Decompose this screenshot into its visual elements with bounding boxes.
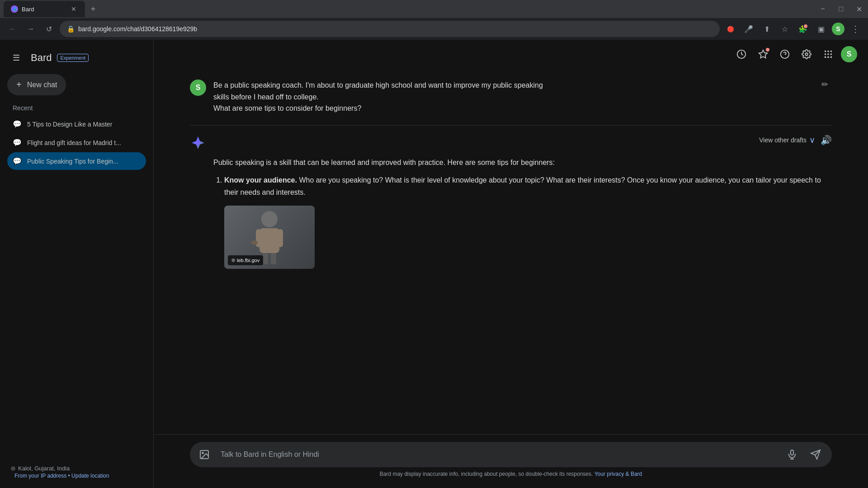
chat-input[interactable]: [219, 447, 778, 462]
extensions-icon[interactable]: 🔴: [723, 22, 738, 36]
chat-icon-1: 💬: [13, 120, 22, 128]
tab-favicon: [11, 5, 18, 13]
chat-area[interactable]: S Be a public speaking coach. I'm about …: [154, 69, 868, 434]
tip1-body: Who are you speaking to? What is their l…: [224, 176, 821, 196]
address-bar[interactable]: 🔒 bard.google.com/chat/d3064128619e929b: [60, 21, 720, 37]
url-text: bard.google.com/chat/d3064128619e929b: [78, 25, 712, 33]
new-chat-label: New chat: [27, 81, 57, 89]
main-content: S S Be a public speaking coach. I'm abou…: [154, 40, 868, 488]
svg-rect-20: [271, 253, 276, 264]
recent-item-2[interactable]: 💬 Flight and gift ideas for Madrid t...: [7, 134, 146, 151]
settings-icon[interactable]: [797, 45, 816, 63]
share-icon[interactable]: ⬆: [760, 22, 774, 36]
update-location-link[interactable]: Update location: [71, 473, 109, 479]
edit-message-icon[interactable]: ✏: [818, 76, 832, 93]
browser-profile-avatar[interactable]: S: [832, 23, 844, 35]
recent-item-1[interactable]: 💬 5 Tips to Design Like a Master: [7, 115, 146, 133]
browser-toolbar: ← → ↺ 🔒 bard.google.com/chat/d3064128619…: [0, 18, 868, 40]
svg-point-7: [827, 51, 829, 52]
rewards-icon[interactable]: [754, 45, 772, 63]
svg-point-14: [830, 56, 832, 58]
sidebar-footer: Kalol, Gujarat, India From your IP addre…: [7, 461, 146, 483]
app-container: ☰ Bard Experiment + New chat Recent 💬 5 …: [0, 40, 868, 488]
user-message: S Be a public speaking coach. I'm about …: [190, 69, 832, 126]
location-text: Kalol, Gujarat, India: [18, 465, 70, 472]
sidebar-header: ☰ Bard Experiment: [7, 45, 146, 74]
split-view-icon[interactable]: ▣: [814, 22, 828, 36]
svg-rect-17: [256, 229, 261, 247]
svg-point-6: [825, 51, 826, 52]
bard-message-header: View other drafts ∨ 🔊: [190, 135, 832, 151]
from-ip-text: From your IP address: [14, 473, 66, 479]
new-tab-button[interactable]: +: [87, 3, 99, 15]
more-options-icon[interactable]: ⋮: [848, 22, 863, 36]
view-other-drafts-button[interactable]: View other drafts ∨: [759, 135, 815, 145]
app-header: S: [154, 40, 868, 69]
location-dot-icon: [11, 466, 15, 471]
help-icon[interactable]: [776, 45, 794, 63]
svg-point-0: [12, 7, 17, 11]
browser-chrome: Bard ✕ + − □ ✕ ← → ↺ 🔒 bard.google.com/c…: [0, 0, 868, 40]
recent-item-3-label: Public Speaking Tips for Begin...: [27, 158, 118, 165]
bard-intro-text: Public speaking is a skill that can be l…: [213, 156, 832, 169]
tab-close-icon[interactable]: ✕: [70, 5, 78, 13]
user-profile-avatar[interactable]: S: [841, 46, 857, 62]
svg-point-13: [827, 56, 829, 58]
extensions-puzzle-icon[interactable]: 🧩: [796, 22, 810, 36]
svg-rect-16: [259, 228, 279, 253]
tip1-title: Know your audience.: [224, 176, 297, 184]
minimize-button[interactable]: −: [817, 4, 828, 14]
bard-message-controls: View other drafts ∨ 🔊: [759, 135, 832, 145]
apps-icon[interactable]: [819, 45, 837, 63]
input-area: Bard may display inaccurate info, includ…: [154, 434, 868, 488]
bard-avatar: [190, 135, 206, 151]
history-icon[interactable]: [732, 45, 750, 63]
active-tab[interactable]: Bard ✕: [4, 1, 85, 17]
security-icon: 🔒: [67, 25, 75, 33]
toolbar-actions: 🔴 🎤 ⬆ ☆ 🧩 ▣ S ⋮: [723, 22, 863, 36]
svg-rect-19: [263, 253, 268, 264]
disclaimer-text: Bard may display inaccurate info, includ…: [380, 471, 593, 477]
location-links: From your IP address • Update location: [7, 473, 146, 479]
forward-button[interactable]: →: [24, 22, 38, 36]
mic-toolbar-icon[interactable]: 🎤: [741, 22, 756, 36]
attach-image-button[interactable]: [195, 446, 213, 464]
recent-item-2-label: Flight and gift ideas for Madrid t...: [27, 139, 121, 146]
input-row: [190, 442, 832, 467]
send-message-button[interactable]: [807, 446, 825, 464]
bard-response-text: Public speaking is a skill that can be l…: [190, 156, 832, 269]
svg-rect-21: [251, 241, 258, 244]
svg-rect-18: [278, 229, 283, 247]
reload-button[interactable]: ↺: [42, 22, 56, 36]
maximize-button[interactable]: □: [835, 4, 846, 14]
recent-item-1-label: 5 Tips to Design Like a Master: [27, 121, 112, 128]
tip1-image[interactable]: leb.fbi.gov: [224, 206, 315, 269]
svg-rect-24: [791, 450, 793, 455]
svg-point-15: [261, 211, 278, 227]
recent-item-3[interactable]: 💬 Public Speaking Tips for Begin...: [7, 152, 146, 170]
image-source-badge: leb.fbi.gov: [228, 255, 263, 266]
image-source-text: leb.fbi.gov: [237, 256, 259, 265]
disclaimer: Bard may display inaccurate info, includ…: [190, 467, 832, 481]
menu-toggle-button[interactable]: ☰: [7, 49, 25, 67]
svg-point-10: [827, 53, 829, 55]
voice-input-button[interactable]: [783, 446, 801, 464]
chat-icon-3: 💬: [13, 157, 22, 165]
bard-tip-1: Know your audience. Who are you speaking…: [224, 174, 832, 269]
experiment-badge: Experiment: [57, 54, 89, 62]
user-message-text: Be a public speaking coach. I'm about to…: [213, 80, 811, 114]
view-drafts-label: View other drafts: [759, 136, 807, 144]
bookmark-icon[interactable]: ☆: [778, 22, 792, 36]
close-button[interactable]: ✕: [854, 4, 864, 14]
recent-section-label: Recent: [7, 104, 146, 112]
svg-point-23: [202, 452, 203, 454]
user-message-content: Be a public speaking coach. I'm about to…: [213, 80, 811, 114]
back-button[interactable]: ←: [5, 22, 20, 36]
tab-title-text: Bard: [22, 6, 66, 13]
new-chat-button[interactable]: + New chat: [7, 74, 66, 95]
privacy-link[interactable]: Your privacy & Bard: [594, 471, 642, 477]
bard-logo: Bard Experiment: [31, 52, 89, 64]
browser-tab-bar: Bard ✕ + − □ ✕: [0, 0, 868, 18]
svg-point-11: [830, 53, 832, 55]
text-to-speech-icon[interactable]: 🔊: [821, 135, 832, 145]
